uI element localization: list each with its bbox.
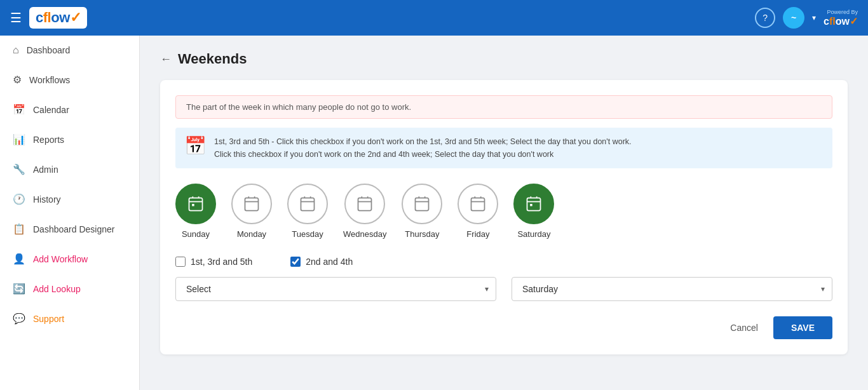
day-circle-sunday [175,184,216,224]
main-layout: ⌂ Dashboard ⚙ Workflows 📅 Calendar 📊 Rep… [0,36,868,390]
dashboard-icon: ⌂ [13,44,19,56]
info-line2: Click this checkbox if you don't work on… [214,148,632,161]
sidebar-item-label: Reports [33,135,64,145]
day-friday[interactable]: Friday [458,184,498,239]
day-tuesday[interactable]: Tuesday [287,184,328,239]
admin-icon: 🔧 [13,163,25,175]
sidebar-item-workflows[interactable]: ⚙ Workflows [0,65,139,95]
chevron-down-icon[interactable]: ▾ [812,13,816,22]
dropdown-first[interactable]: Select Sunday Monday Tuesday Wednesday T… [175,277,496,301]
info-pink-box: The part of the week in which many peopl… [175,95,832,119]
sidebar-item-add-workflow[interactable]: 👤 Add Workflow [0,244,139,274]
add-workflow-icon: 👤 [13,253,25,265]
support-icon: 💬 [13,313,25,325]
sidebar-item-label: Dashboard Designer [33,224,114,234]
sidebar-item-label: Workflows [29,75,70,85]
sidebar-item-admin[interactable]: 🔧 Admin [0,154,139,184]
dashboard-designer-icon: 📋 [13,223,25,235]
topbar-left: ☰ cflow✓ [10,7,87,29]
day-circle-saturday [513,184,554,224]
checkbox-second-text: 2nd and 4th [306,257,353,267]
sidebar-item-dashboard-designer[interactable]: 📋 Dashboard Designer [0,214,139,244]
dropdown-second[interactable]: Sunday Monday Tuesday Wednesday Thursday… [512,277,832,301]
actions-row: Cancel SAVE [175,316,832,339]
logo-text: cflow✓ [36,10,81,26]
day-circle-friday [458,184,498,224]
day-wednesday[interactable]: Wednesday [343,184,386,239]
calendar-info-icon: 📅 [184,135,207,156]
sidebar-item-label: Admin [33,165,58,175]
checkbox-first-label[interactable]: 1st, 3rd and 5th [175,257,252,267]
reports-icon: 📊 [13,133,25,145]
day-label-thursday: Thursday [405,229,439,239]
save-button[interactable]: SAVE [773,316,832,339]
checkbox-second-label[interactable]: 2nd and 4th [290,257,353,267]
calendar-icon: 📅 [13,104,25,116]
days-grid: Sunday Monday [175,184,832,239]
powered-by-label: Powered By [827,9,858,15]
topbar: ☰ cflow✓ ? ~ ▾ Powered By cflow✓ [0,0,868,36]
day-circle-wednesday [344,184,385,224]
sidebar-item-label: Support [33,314,64,324]
svg-rect-21 [471,198,485,211]
cancel-button[interactable]: Cancel [722,318,766,338]
logo-box: cflow✓ [29,7,87,29]
svg-rect-13 [358,198,372,211]
checkbox-first-text: 1st, 3rd and 5th [191,257,252,267]
dropdown-first-wrap: Select Sunday Monday Tuesday Wednesday T… [175,277,496,301]
hamburger-menu[interactable]: ☰ [10,10,22,25]
page-header: ← Weekends [160,51,848,67]
svg-rect-5 [245,198,259,211]
day-label-wednesday: Wednesday [343,229,386,239]
sidebar-item-add-lookup[interactable]: 🔄 Add Lookup [0,274,139,304]
svg-rect-9 [301,198,315,211]
svg-rect-25 [527,198,541,211]
day-label-monday: Monday [237,229,266,239]
sidebar-item-history[interactable]: 🕐 History [0,184,139,214]
checkbox-second[interactable] [290,257,301,267]
dropdowns-row: Select Sunday Monday Tuesday Wednesday T… [175,277,832,301]
main-content: ← Weekends The part of the week in which… [140,36,868,390]
day-saturday[interactable]: Saturday [513,184,554,239]
info-line1: 1st, 3rd and 5th - Click this checkbox i… [214,135,632,148]
day-circle-tuesday [287,184,328,224]
sidebar-item-label: Dashboard [27,45,71,55]
svg-rect-29 [531,204,533,206]
sidebar-item-calendar[interactable]: 📅 Calendar [0,95,139,124]
sidebar-item-reports[interactable]: 📊 Reports [0,124,139,154]
page-title: Weekends [178,51,247,67]
weekends-card: The part of the week in which many peopl… [160,80,848,354]
sidebar-item-label: Add Lookup [33,284,81,294]
avatar[interactable]: ~ [783,7,804,29]
day-monday[interactable]: Monday [231,184,272,239]
sidebar: ⌂ Dashboard ⚙ Workflows 📅 Calendar 📊 Rep… [0,36,140,390]
day-label-sunday: Sunday [182,229,210,239]
checkbox-row: 1st, 3rd and 5th 2nd and 4th [175,257,832,267]
day-thursday[interactable]: Thursday [402,184,442,239]
day-circle-thursday [402,184,442,224]
sidebar-item-label: History [33,194,61,205]
day-label-tuesday: Tuesday [292,229,323,239]
sidebar-item-dashboard[interactable]: ⌂ Dashboard [0,36,139,65]
day-label-friday: Friday [466,229,489,239]
powered-logo-text: cflow✓ [824,15,858,27]
help-icon[interactable]: ? [755,8,775,28]
svg-rect-0 [189,198,203,211]
info-blue-box: 📅 1st, 3rd and 5th - Click this checkbox… [175,128,832,168]
dropdown-second-wrap: Sunday Monday Tuesday Wednesday Thursday… [512,277,832,301]
sidebar-item-support[interactable]: 💬 Support [0,304,139,333]
checkbox-first[interactable] [175,257,186,267]
topbar-right: ? ~ ▾ Powered By cflow✓ [755,7,858,29]
day-label-saturday: Saturday [517,229,550,239]
back-button[interactable]: ← [160,53,172,66]
svg-rect-17 [416,198,429,211]
workflows-icon: ⚙ [13,74,22,86]
svg-rect-4 [192,204,194,206]
add-lookup-icon: 🔄 [13,283,25,295]
sidebar-item-label: Add Workflow [33,254,88,264]
powered-by: Powered By cflow✓ [824,9,858,27]
sidebar-item-label: Calendar [33,105,69,115]
info-pink-text: The part of the week in which many peopl… [186,102,411,112]
history-icon: 🕐 [13,193,25,205]
day-sunday[interactable]: Sunday [175,184,216,239]
